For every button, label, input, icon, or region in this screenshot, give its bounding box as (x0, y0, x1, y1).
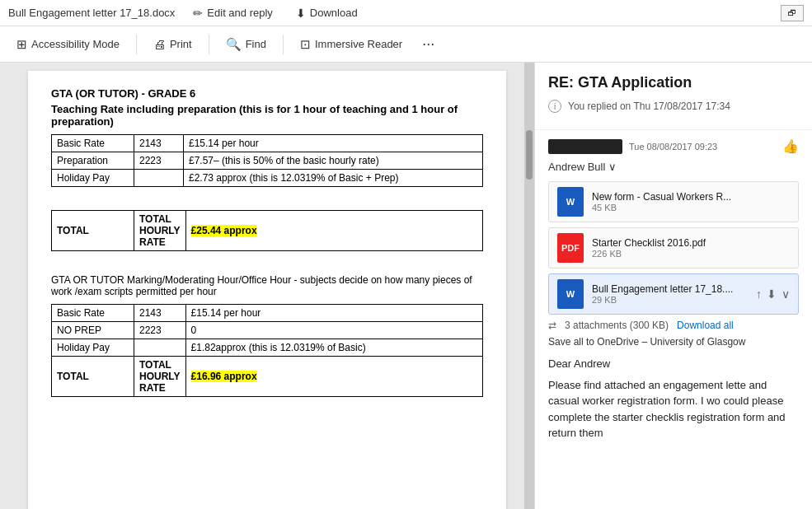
word-icon: W (557, 279, 584, 309)
main-area: GTA (OR TUTOR) - GRADE 6 Teaching Rate i… (0, 63, 812, 509)
table-row: Holiday Pay £1.82approx (this is 12.0319… (52, 339, 483, 357)
find-button[interactable]: 🔍 Find (219, 34, 273, 55)
download-all-link[interactable]: Download all (677, 320, 734, 331)
attachment-size: 226 KB (592, 249, 790, 259)
document-scrollbar[interactable] (524, 63, 534, 509)
doc-table-total-1: TOTAL TOTAL HOURLY RATE £25.44 approx (51, 210, 483, 251)
table-row: TOTAL TOTAL HOURLY RATE £25.44 approx (52, 211, 483, 251)
table-cell-total: TOTAL HOURLY RATE (134, 357, 186, 397)
more-attachment-button[interactable]: ∨ (781, 287, 790, 301)
table-row: Basic Rate 2143 £15.14 per hour (52, 305, 483, 322)
table-cell (134, 339, 186, 357)
email-subject: RE: GTA Application (548, 74, 799, 91)
toolbar-divider-3 (283, 35, 284, 54)
replied-text: You replied on Thu 17/08/2017 17:34 (568, 100, 730, 112)
doc-table-1: Basic Rate 2143 £15.14 per hour Preparat… (51, 134, 483, 187)
open-attachment-button[interactable]: ↑ (756, 287, 762, 301)
table-cell: Basic Rate (52, 305, 134, 322)
document-page: GTA (OR TUTOR) - GRADE 6 Teaching Rate i… (28, 71, 506, 509)
attachment-info: Starter Checklist 2016.pdf 226 KB (592, 237, 790, 259)
table-row: Basic Rate 2143 £15.14 per hour (52, 135, 483, 152)
print-icon: 🖨 (153, 37, 166, 51)
immersive-reader-icon: ⊡ (300, 37, 311, 52)
sender-avatar-redacted (548, 139, 622, 154)
email-panel: RE: GTA Application i You replied on Thu… (534, 63, 812, 509)
email-header: RE: GTA Application i You replied on Thu… (535, 63, 812, 130)
table-row: Holiday Pay £2.73 approx (this is 12.031… (52, 170, 483, 187)
find-label: Find (246, 38, 266, 50)
attachment-name: New form - Casual Workers R... (592, 191, 790, 203)
toolbar: ⊞ Accessibility Mode 🖨 Print 🔍 Find ⊡ Im… (0, 26, 812, 63)
attachment-item[interactable]: W New form - Casual Workers R... 45 KB (548, 181, 799, 222)
email-meta: i You replied on Thu 17/08/2017 17:34 (548, 100, 799, 113)
restore-button[interactable]: 🗗 (781, 5, 804, 21)
window-controls: 🗗 (781, 5, 804, 21)
download-icon: ⬇ (296, 7, 306, 20)
table-cell: £15.14 per hour (185, 305, 482, 322)
attachment-item[interactable]: PDF Starter Checklist 2016.pdf 226 KB (548, 227, 799, 269)
pdf-icon: PDF (557, 233, 584, 263)
table-cell: £1.82approx (this is 12.0319% of Basic) (185, 339, 482, 357)
accessibility-label: Accessibility Mode (31, 38, 120, 50)
table-cell: NO PREP (52, 322, 134, 339)
attachment-summary: ⇄ 3 attachments (300 KB) Download all (548, 320, 799, 331)
accessibility-mode-button[interactable]: ⊞ Accessibility Mode (10, 34, 126, 55)
word-icon: W (557, 187, 584, 217)
email-thread[interactable]: Tue 08/08/2017 09:23 👍 Andrew Bull ∨ W N… (535, 130, 812, 509)
edit-reply-label: Edit and reply (207, 7, 273, 19)
table-cell: 2223 (134, 322, 186, 339)
print-label: Print (170, 38, 192, 50)
save-onedrive-link[interactable]: Save all to OneDrive – University of Gla… (548, 336, 799, 348)
more-options-button[interactable]: ··· (415, 32, 441, 56)
email-body: Dear Andrew Please find attached an enga… (548, 356, 799, 441)
table-row: TOTAL TOTAL HOURLY RATE £16.96 approx (52, 357, 483, 397)
thumbs-up-icon[interactable]: 👍 (782, 138, 799, 154)
attachment-size: 45 KB (592, 203, 790, 212)
email-time: Tue 08/08/2017 09:23 (629, 142, 717, 152)
edit-icon: ✏ (193, 7, 203, 20)
table-cell: Preparation (52, 152, 134, 170)
table-row: NO PREP 2223 0 (52, 322, 483, 339)
email-body-text: Please find attached an engagement lette… (548, 377, 799, 441)
table-cell-total: TOTAL (52, 357, 134, 397)
sender-name[interactable]: Andrew Bull ∨ (548, 161, 799, 173)
title-bar: Bull Engagement letter 17_18.docx ✏ Edit… (0, 0, 812, 26)
document-panel: GTA (OR TUTOR) - GRADE 6 Teaching Rate i… (0, 63, 534, 509)
accessibility-icon: ⊞ (16, 37, 27, 52)
download-attachment-button[interactable]: ⬇ (767, 287, 777, 301)
attachment-item-selected[interactable]: W Bull Engagement letter 17_18.... 29 KB… (548, 273, 799, 315)
attachment-name: Starter Checklist 2016.pdf (592, 237, 790, 249)
table-cell: £7.57– (this is 50% of the basic hourly … (184, 152, 483, 170)
table-cell-total: £25.44 approx (185, 211, 482, 251)
doc-subheading-1: Teaching Rate including preparation (thi… (51, 103, 483, 128)
doc-heading-1: GTA (OR TUTOR) - GRADE 6 (51, 87, 483, 100)
table-cell: £15.14 per hour (184, 135, 483, 152)
total-value-2: £16.96 approx (191, 371, 257, 382)
attachment-count: 3 attachments (300 KB) (565, 320, 669, 331)
toolbar-divider-1 (136, 35, 137, 54)
table-row: Preparation 2223 £7.57– (this is 50% of … (52, 152, 483, 170)
immersive-reader-label: Immersive Reader (315, 38, 402, 50)
immersive-reader-button[interactable]: ⊡ Immersive Reader (293, 34, 409, 55)
attachment-name: Bull Engagement letter 17_18.... (592, 283, 748, 295)
email-greeting: Dear Andrew (548, 356, 799, 372)
table-cell: £2.73 approx (this is 12.0319% of Basic … (184, 170, 483, 187)
table-cell: 0 (185, 322, 482, 339)
attachment-actions: ↑ ⬇ ∨ (756, 287, 790, 301)
table-cell: 2223 (134, 152, 184, 170)
download-button[interactable]: ⬇ Download (291, 5, 363, 21)
edit-reply-button[interactable]: ✏ Edit and reply (188, 5, 278, 21)
email-sender-row: Tue 08/08/2017 09:23 👍 (548, 138, 799, 154)
doc-para-1: GTA OR TUTOR Marking/Moderating Hour/Off… (51, 274, 483, 297)
table-cell (134, 170, 184, 187)
table-cell-total: £16.96 approx (185, 357, 482, 397)
print-button[interactable]: 🖨 Print (147, 34, 199, 54)
attachment-info: New form - Casual Workers R... 45 KB (592, 191, 790, 212)
attachment-info: Bull Engagement letter 17_18.... 29 KB (592, 283, 748, 305)
document-title: Bull Engagement letter 17_18.docx (8, 7, 175, 19)
table-cell: 2143 (134, 135, 184, 152)
table-cell: Holiday Pay (52, 339, 134, 357)
info-icon: i (548, 100, 561, 113)
document-scroll[interactable]: GTA (OR TUTOR) - GRADE 6 Teaching Rate i… (0, 63, 534, 509)
scrollbar-thumb[interactable] (526, 130, 533, 180)
